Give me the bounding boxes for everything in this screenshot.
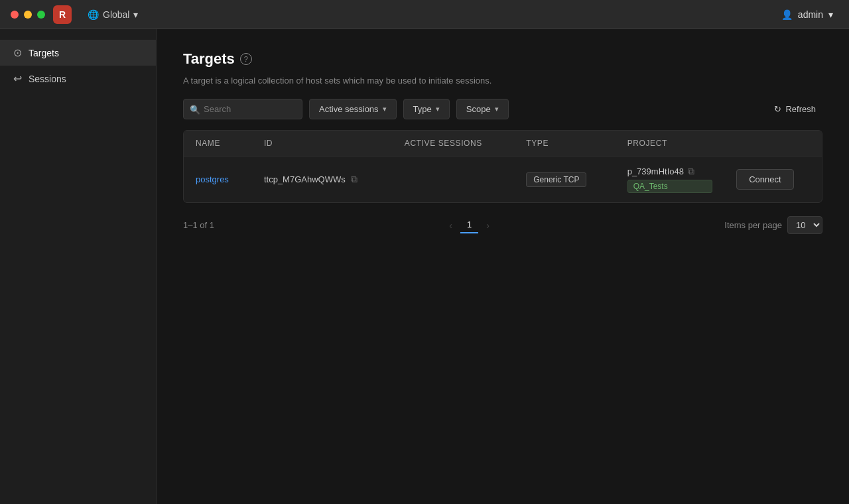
refresh-icon: ↻	[774, 104, 781, 114]
user-label: admin	[798, 9, 823, 20]
items-per-page-label: Items per page	[724, 220, 782, 230]
sessions-icon: ↩	[13, 72, 22, 85]
col-project: Project	[616, 131, 725, 157]
page-title: Targets	[183, 50, 235, 68]
target-id-text: ttcp_M7GAhwQWWs	[264, 174, 346, 184]
table-container: Name ID Active sessions Type Project pos…	[183, 130, 822, 203]
table-header-row: Name ID Active sessions Type Project	[184, 131, 822, 157]
target-name-link[interactable]: postgres	[196, 174, 229, 184]
titlebar: R 🌐 Global ▾ 👤 admin ▾	[0, 0, 849, 29]
active-sessions-chevron-icon: ▾	[383, 105, 387, 113]
content-area: Targets ? A target is a logical collecti…	[157, 29, 849, 504]
close-dot[interactable]	[11, 11, 19, 19]
active-sessions-label: Active sessions	[319, 104, 379, 114]
cell-id: ttcp_M7GAhwQWWs ⧉	[252, 157, 393, 203]
user-icon: 👤	[781, 9, 793, 20]
copy-id-icon[interactable]: ⧉	[351, 174, 358, 185]
sidebar-item-label-targets: Targets	[29, 48, 59, 58]
user-section[interactable]: 👤 admin ▾	[776, 7, 838, 23]
col-active-sessions: Active sessions	[393, 131, 514, 157]
col-type: Type	[514, 131, 615, 157]
cell-connect: Connect	[724, 157, 822, 203]
global-selector[interactable]: 🌐 Global ▾	[82, 7, 143, 23]
sidebar: ⊙ Targets ↩ Sessions	[0, 29, 157, 504]
cell-active-sessions	[393, 157, 514, 203]
search-input-wrap: 🔍	[183, 99, 302, 119]
col-name: Name	[184, 131, 252, 157]
table-row: postgres ttcp_M7GAhwQWWs ⧉ Generic TCP p…	[184, 157, 822, 203]
search-input[interactable]	[183, 99, 302, 119]
window-controls	[11, 11, 45, 19]
page-1-button[interactable]: 1	[460, 217, 478, 233]
page-header: Targets ?	[183, 50, 822, 68]
project-tag: QA_Tests	[627, 180, 713, 193]
refresh-button[interactable]: ↻ Refresh	[767, 99, 822, 119]
cell-name: postgres	[184, 157, 252, 203]
col-id: ID	[252, 131, 393, 157]
global-chevron-icon: ▾	[133, 9, 138, 20]
toolbar: 🔍 Active sessions ▾ Type ▾ Scope ▾ ↻ Ref…	[183, 99, 822, 119]
user-chevron-icon: ▾	[828, 9, 833, 20]
refresh-label: Refresh	[785, 104, 816, 114]
type-filter[interactable]: Type ▾	[403, 99, 450, 119]
search-icon: 🔍	[190, 104, 200, 114]
maximize-dot[interactable]	[37, 11, 45, 19]
copy-project-icon[interactable]: ⧉	[688, 166, 694, 177]
type-chevron-icon: ▾	[436, 105, 440, 113]
scope-filter[interactable]: Scope ▾	[456, 99, 509, 119]
items-per-page-select[interactable]: 10 25 50	[787, 216, 822, 234]
help-icon[interactable]: ?	[240, 53, 252, 65]
main-layout: ⊙ Targets ↩ Sessions Targets ? A target …	[0, 29, 849, 504]
app-logo: R	[53, 5, 72, 24]
globe-icon: 🌐	[88, 9, 99, 20]
type-badge: Generic TCP	[526, 172, 586, 187]
type-label: Type	[413, 104, 432, 114]
col-actions	[724, 131, 822, 157]
scope-chevron-icon: ▾	[495, 105, 499, 113]
page-description: A target is a logical collection of host…	[183, 76, 822, 86]
pagination: 1–1 of 1 ‹ 1 › Items per page 10 25 50	[183, 216, 822, 234]
cell-project: p_739mHtIo48 ⧉ QA_Tests	[616, 157, 725, 203]
minimize-dot[interactable]	[24, 11, 32, 19]
project-id-text: p_739mHtIo48	[627, 166, 684, 176]
pagination-summary: 1–1 of 1	[183, 220, 214, 230]
sidebar-item-sessions[interactable]: ↩ Sessions	[0, 66, 156, 92]
sidebar-item-label-sessions: Sessions	[29, 74, 66, 84]
cell-type: Generic TCP	[514, 157, 615, 203]
active-sessions-filter[interactable]: Active sessions ▾	[309, 99, 397, 119]
items-per-page: Items per page 10 25 50	[724, 216, 822, 234]
pagination-controls: ‹ 1 ›	[444, 217, 495, 233]
scope-label: Scope	[466, 104, 491, 114]
targets-table: Name ID Active sessions Type Project pos…	[184, 131, 822, 202]
sidebar-item-targets[interactable]: ⊙ Targets	[0, 40, 156, 66]
global-label: Global	[103, 9, 129, 20]
targets-icon: ⊙	[13, 46, 22, 59]
next-page-button[interactable]: ›	[481, 218, 495, 233]
prev-page-button[interactable]: ‹	[444, 218, 458, 233]
connect-button[interactable]: Connect	[736, 169, 793, 190]
